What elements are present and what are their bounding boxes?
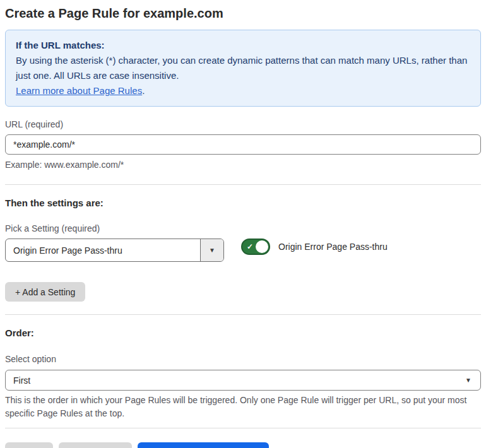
info-box-body: By using the asterisk (*) character, you…	[16, 53, 470, 83]
url-label: URL (required)	[5, 119, 481, 130]
info-box-heading: If the URL matches:	[16, 38, 470, 53]
save-deploy-button[interactable]: Save and Deploy Page Rule	[138, 442, 269, 448]
pick-setting-label: Pick a Setting (required)	[5, 223, 481, 234]
divider	[5, 184, 481, 185]
url-example-helper: Example: www.example.com/*	[5, 158, 481, 172]
select-option-label: Select option	[5, 354, 481, 365]
setting-dropdown[interactable]: Origin Error Page Pass-thru ▼	[5, 239, 224, 262]
check-icon: ✓	[247, 243, 253, 251]
divider	[5, 428, 481, 428]
chevron-down-icon: ▼	[465, 377, 471, 384]
order-select-value: First	[13, 375, 30, 386]
origin-error-toggle-group: ✓ Origin Error Page Pass-thru	[241, 239, 388, 255]
learn-more-link[interactable]: Learn more about Page Rules	[16, 85, 142, 96]
origin-error-toggle[interactable]: ✓	[241, 239, 270, 255]
setting-dropdown-value: Origin Error Page Pass-thru	[6, 239, 200, 261]
divider	[5, 314, 481, 315]
chevron-down-icon: ▼	[209, 247, 215, 254]
toggle-label: Origin Error Page Pass-thru	[278, 242, 388, 252]
order-select[interactable]: First ▼	[5, 370, 481, 391]
create-page-rule-panel: Create a Page Rule for example.com If th…	[5, 5, 481, 448]
setting-dropdown-arrow-button[interactable]: ▼	[200, 239, 223, 261]
info-box-link-line: Learn more about Page Rules.	[16, 83, 470, 98]
setting-row: Origin Error Page Pass-thru ▼ ✓ Origin E…	[5, 239, 481, 262]
page-title: Create a Page Rule for example.com	[5, 5, 481, 21]
save-draft-button[interactable]: Save as Draft	[59, 442, 133, 448]
url-input[interactable]	[5, 134, 481, 155]
cancel-button[interactable]: Cancel	[5, 442, 53, 448]
link-suffix-period: .	[142, 85, 145, 96]
toggle-knob	[256, 240, 268, 253]
url-match-info-box: If the URL matches: By using the asteris…	[5, 30, 481, 107]
order-helper: This is the order in which your Page Rul…	[5, 394, 481, 420]
add-setting-button[interactable]: + Add a Setting	[5, 282, 85, 302]
footer-actions: Cancel Save as Draft Save and Deploy Pag…	[5, 442, 481, 448]
order-heading: Order:	[5, 327, 481, 339]
settings-heading: Then the settings are:	[5, 197, 481, 209]
